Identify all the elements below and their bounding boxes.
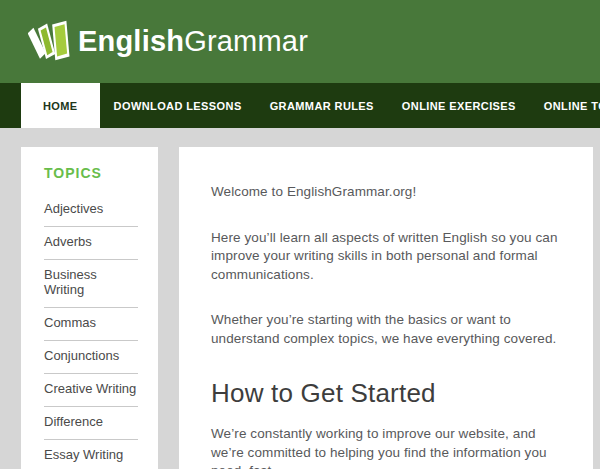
body-paragraph-1: We’re constantly working to improve our … bbox=[211, 425, 559, 469]
intro-paragraph-1: Here you’ll learn all aspects of written… bbox=[211, 229, 559, 285]
topic-item-business-writing[interactable]: Business Writing bbox=[44, 260, 138, 308]
topic-item-difference[interactable]: Difference bbox=[44, 407, 138, 440]
topic-item-conjunctions[interactable]: Conjunctions bbox=[44, 341, 138, 374]
site-header: EnglishGrammar bbox=[0, 0, 600, 83]
site-name: EnglishGrammar bbox=[78, 25, 308, 58]
main-nav: HOME DOWNLOAD LESSONS GRAMMAR RULES ONLI… bbox=[0, 83, 600, 128]
main-content: Welcome to EnglishGrammar.org! Here you’… bbox=[179, 147, 593, 469]
site-logo[interactable]: EnglishGrammar bbox=[28, 17, 308, 67]
nav-item-grammar-rules[interactable]: GRAMMAR RULES bbox=[256, 83, 388, 128]
topic-item-essay-writing[interactable]: Essay Writing bbox=[44, 440, 138, 469]
topics-sidebar: TOPICS Adjectives Adverbs Business Writi… bbox=[21, 147, 158, 469]
topic-item-creative-writing[interactable]: Creative Writing bbox=[44, 374, 138, 407]
nav-item-online-exercises[interactable]: ONLINE EXERCISES bbox=[388, 83, 530, 128]
nav-item-home[interactable]: HOME bbox=[21, 83, 100, 128]
topics-title: TOPICS bbox=[44, 165, 138, 181]
topic-item-adverbs[interactable]: Adverbs bbox=[44, 227, 138, 260]
topic-item-commas[interactable]: Commas bbox=[44, 308, 138, 341]
nav-item-online-tools[interactable]: ONLINE TOOLS bbox=[530, 83, 600, 128]
site-name-light: Grammar bbox=[184, 25, 308, 57]
book-pages-icon bbox=[28, 17, 74, 67]
topic-item-adjectives[interactable]: Adjectives bbox=[44, 194, 138, 227]
browser-viewport: EnglishGrammar HOME DOWNLOAD LESSONS GRA… bbox=[0, 0, 600, 469]
topics-list: Adjectives Adverbs Business Writing Comm… bbox=[44, 194, 138, 469]
welcome-text: Welcome to EnglishGrammar.org! bbox=[211, 183, 559, 202]
nav-item-download-lessons[interactable]: DOWNLOAD LESSONS bbox=[100, 83, 256, 128]
section-heading: How to Get Started bbox=[211, 378, 559, 409]
site-name-bold: English bbox=[78, 25, 184, 57]
page-content: TOPICS Adjectives Adverbs Business Writi… bbox=[0, 128, 600, 469]
intro-paragraph-2: Whether you’re starting with the basics … bbox=[211, 311, 559, 348]
